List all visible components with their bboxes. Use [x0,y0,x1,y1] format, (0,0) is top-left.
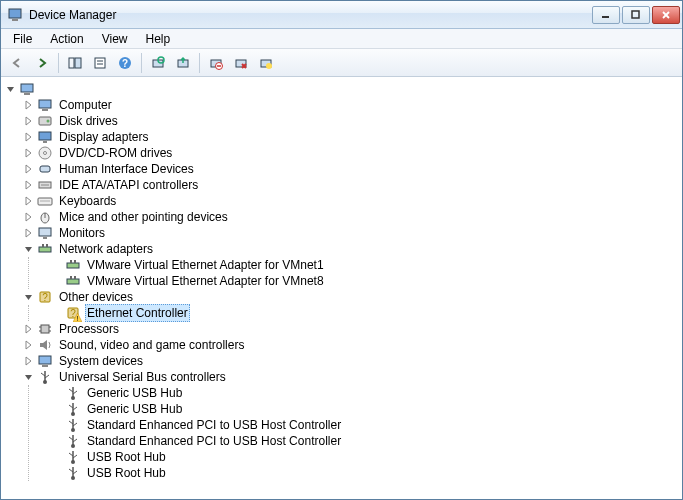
tree-node-label[interactable]: Processors [57,321,121,337]
tree-node-label[interactable]: DVD/CD-ROM drives [57,145,174,161]
expand-icon[interactable] [23,115,35,127]
tree-node-monitors[interactable]: Monitors [23,225,678,241]
expand-icon[interactable] [23,99,35,111]
show-hide-console-button[interactable] [63,52,87,74]
tree-node-ide[interactable]: IDE ATA/ATAPI controllers [23,177,678,193]
help-button[interactable]: ? [113,52,137,74]
expand-icon [51,435,63,447]
menu-view[interactable]: View [94,30,136,48]
tree-node-usb5[interactable]: USB Root Hub [51,465,678,481]
tree-node-usb[interactable]: Universal Serial Bus controllers [23,369,678,385]
tree-node-label[interactable]: Standard Enhanced PCI to USB Host Contro… [85,433,343,449]
tree-root-node[interactable] [5,81,678,97]
tree-node-label[interactable]: Ethernet Controller [85,304,190,322]
svg-text:!: ! [77,315,79,322]
disk-icon [37,113,53,129]
svg-rect-8 [95,58,105,68]
disable-button[interactable] [229,52,253,74]
svg-rect-3 [632,11,639,18]
scan-hardware-button[interactable] [146,52,170,74]
tree-node-usb3[interactable]: Standard Enhanced PCI to USB Host Contro… [51,433,678,449]
svg-rect-46 [67,263,79,268]
ide-icon [37,177,53,193]
menubar: File Action View Help [1,29,682,49]
tree-node-usb4[interactable]: USB Root Hub [51,449,678,465]
svg-rect-49 [67,279,79,284]
collapse-icon[interactable] [23,291,35,303]
tree-node-label[interactable] [39,81,83,97]
menu-file[interactable]: File [5,30,40,48]
svg-rect-6 [69,58,74,68]
back-button[interactable] [5,52,29,74]
tree-node-label[interactable]: Mice and other pointing devices [57,209,230,225]
tree-node-label[interactable]: USB Root Hub [85,449,168,465]
forward-button[interactable] [30,52,54,74]
expand-icon[interactable] [23,131,35,143]
svg-rect-63 [42,365,48,367]
collapse-icon[interactable] [23,243,35,255]
uninstall-button[interactable] [204,52,228,74]
tree-node-label[interactable]: Disk drives [57,113,120,129]
tree-node-system[interactable]: System devices [23,353,678,369]
tree-node-diskdrives[interactable]: Disk drives [23,113,678,129]
tree-node-label[interactable]: Monitors [57,225,107,241]
tree-node-label[interactable]: Keyboards [57,193,118,209]
tree-node-label[interactable]: Computer [57,97,114,113]
tree-node-keyboards[interactable]: Keyboards [23,193,678,209]
tree-node-usb0[interactable]: Generic USB Hub [51,385,678,401]
svg-rect-24 [21,84,33,92]
tree-node-label[interactable]: VMware Virtual Ethernet Adapter for VMne… [85,257,326,273]
usb-plug-icon [65,449,81,465]
tree-node-label[interactable]: IDE ATA/ATAPI controllers [57,177,200,193]
collapse-icon[interactable] [23,371,35,383]
tree-node-usb2[interactable]: Standard Enhanced PCI to USB Host Contro… [51,417,678,433]
menu-help[interactable]: Help [138,30,179,48]
expand-icon[interactable] [23,163,35,175]
tree-node-dvd[interactable]: DVD/CD-ROM drives [23,145,678,161]
tree-node-label[interactable]: Display adapters [57,129,150,145]
tree-node-label[interactable]: Network adapters [57,241,155,257]
tree-node-usb1[interactable]: Generic USB Hub [51,401,678,417]
tree-node-label[interactable]: Universal Serial Bus controllers [57,369,228,385]
tree-node-network[interactable]: Network adapters [23,241,678,257]
expand-icon[interactable] [23,211,35,223]
tree-node-computer[interactable]: Computer [23,97,678,113]
tree-node-processors[interactable]: Processors [23,321,678,337]
tree-node-vmnet8[interactable]: VMware Virtual Ethernet Adapter for VMne… [51,273,678,289]
expand-icon[interactable] [23,323,35,335]
expand-icon[interactable] [23,147,35,159]
tree-node-display[interactable]: Display adapters [23,129,678,145]
tree-node-sound[interactable]: Sound, video and game controllers [23,337,678,353]
tree-node-label[interactable]: Standard Enhanced PCI to USB Host Contro… [85,417,343,433]
maximize-button[interactable] [622,6,650,24]
tree-node-label[interactable]: USB Root Hub [85,465,168,481]
collapse-icon[interactable] [5,83,17,95]
expand-icon[interactable] [23,355,35,367]
tree-node-label[interactable]: System devices [57,353,145,369]
expand-icon[interactable] [23,227,35,239]
close-button[interactable] [652,6,680,24]
tree-node-hid[interactable]: Human Interface Devices [23,161,678,177]
tree-node-ethctrl[interactable]: ?!Ethernet Controller [51,305,678,321]
expand-icon[interactable] [23,195,35,207]
tree-node-label[interactable]: Other devices [57,289,135,305]
tree-node-other[interactable]: ?Other devices [23,289,678,305]
tree-node-label[interactable]: VMware Virtual Ethernet Adapter for VMne… [85,273,326,289]
menu-action[interactable]: Action [42,30,91,48]
tree-node-vmnet1[interactable]: VMware Virtual Ethernet Adapter for VMne… [51,257,678,273]
tree-node-mice[interactable]: Mice and other pointing devices [23,209,678,225]
expand-icon[interactable] [23,339,35,351]
tree-node-label[interactable]: Human Interface Devices [57,161,196,177]
minimize-button[interactable] [592,6,620,24]
svg-rect-62 [39,356,51,364]
toolbar-separator [58,53,59,73]
tree-node-label[interactable]: Generic USB Hub [85,401,184,417]
titlebar[interactable]: Device Manager [1,1,682,29]
tree-node-label[interactable]: Sound, video and game controllers [57,337,246,353]
tree-node-label[interactable]: Generic USB Hub [85,385,184,401]
tree-content[interactable]: ComputerDisk drivesDisplay adaptersDVD/C… [1,77,682,499]
properties-button[interactable] [88,52,112,74]
enable-button[interactable] [254,52,278,74]
update-driver-button[interactable] [171,52,195,74]
expand-icon[interactable] [23,179,35,191]
